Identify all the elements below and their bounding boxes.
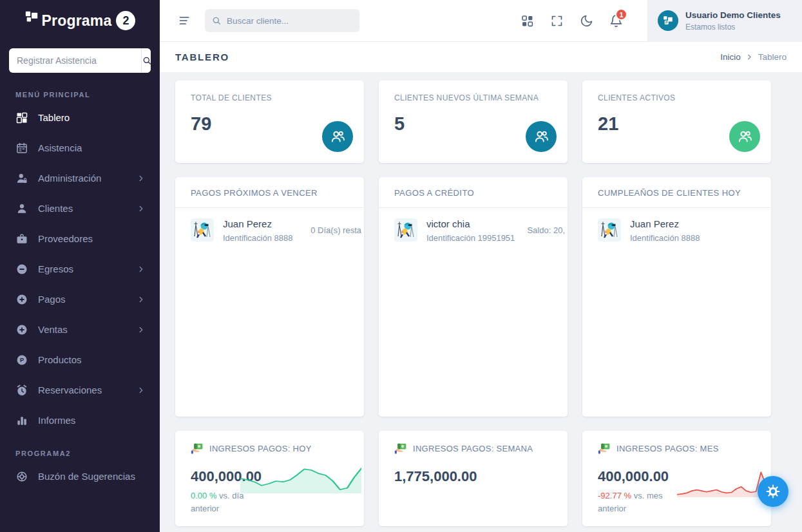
user-menu[interactable]: P Usuario Demo Clientes Estamos listos bbox=[647, 0, 802, 42]
sidebar-item-clientes[interactable]: Clientes bbox=[0, 193, 160, 223]
users-icon bbox=[322, 121, 353, 152]
card-pagos-credito: PAGOS A CRÉDITO victor chia Identificaci… bbox=[379, 177, 568, 417]
user-lock-icon bbox=[15, 172, 28, 185]
apps-grid-button[interactable] bbox=[514, 8, 540, 33]
client-search-input[interactable] bbox=[227, 16, 353, 26]
plus-circle-icon bbox=[15, 323, 28, 336]
avatar: P bbox=[658, 10, 678, 31]
breadcrumb-home[interactable]: Inicio bbox=[720, 52, 741, 62]
sidebar-item-label: Productos bbox=[38, 354, 82, 365]
item-meta: Saldo: 20, bbox=[527, 225, 565, 235]
sidebar-item-tablero[interactable]: Tablero bbox=[0, 102, 160, 133]
sidebar-item-egresos[interactable]: Egresos bbox=[0, 254, 160, 284]
users-icon bbox=[526, 121, 557, 152]
page-title: TABLERO bbox=[175, 52, 229, 62]
money-hand-icon bbox=[598, 442, 611, 455]
user-name: Usuario Demo Clientes bbox=[685, 10, 781, 21]
lists-row: PAGOS PRÓXIMOS A VENCER Juan Perez Ident… bbox=[175, 177, 771, 417]
stat-label: CLIENTES NUEVOS ÚLTIMA SEMANA bbox=[394, 93, 552, 102]
attendance-search-input[interactable] bbox=[9, 48, 141, 73]
logo-badge: 2 bbox=[116, 11, 135, 30]
calendar-icon bbox=[15, 142, 28, 155]
svg-text:P: P bbox=[20, 357, 24, 363]
card-title: PAGOS PRÓXIMOS A VENCER bbox=[175, 177, 364, 208]
users-icon bbox=[729, 121, 760, 152]
sidebar-item-label: Reservaciones bbox=[38, 385, 102, 395]
sidebar-item-label: Buzón de Sugerencias bbox=[38, 471, 135, 482]
card-title: INGRESOS PAGOS: SEMANA bbox=[413, 444, 533, 453]
sidebar-item-label: Ventas bbox=[38, 324, 68, 335]
app-logo[interactable]: Programa 2 bbox=[0, 0, 160, 41]
sidebar-item-ventas[interactable]: Ventas bbox=[0, 314, 160, 345]
sidebar-item-buzon[interactable]: Buzón de Sugerencias bbox=[0, 461, 160, 491]
chevron-right-icon bbox=[137, 386, 146, 395]
dark-mode-button[interactable] bbox=[573, 8, 599, 33]
card-ingresos-semana: INGRESOS PAGOS: SEMANA 1,775,000.00 bbox=[379, 431, 568, 526]
settings-fab-button[interactable] bbox=[758, 476, 788, 507]
ingresos-delta: -92.77 % vs. mes anterior bbox=[598, 489, 678, 515]
alarm-clock-icon bbox=[15, 384, 28, 397]
sidebar-item-informes[interactable]: Informes bbox=[0, 405, 160, 435]
svg-text:P: P bbox=[665, 21, 668, 24]
gear-icon bbox=[765, 484, 781, 499]
chevron-right-icon bbox=[137, 295, 146, 304]
sidebar-item-administracion[interactable]: Administración bbox=[0, 163, 160, 193]
chevron-right-icon bbox=[137, 265, 146, 274]
page-header: TABLERO Inicio Tablero bbox=[160, 42, 802, 72]
card-title: CUMPLEAÑOS DE CLIENTES HOY bbox=[582, 177, 771, 208]
breadcrumb-current: Tablero bbox=[758, 52, 787, 62]
stat-card-total-clientes: TOTAL DE CLIENTES 79 bbox=[175, 81, 364, 163]
list-item[interactable]: Juan Perez Identificación 8888 0 Día(s) … bbox=[175, 208, 364, 252]
attendance-search-button[interactable] bbox=[141, 48, 151, 73]
menu-toggle-button[interactable] bbox=[178, 14, 193, 28]
sidebar-section-programa2: PROGRAMA2 bbox=[0, 435, 160, 461]
card-cumpleanos: CUMPLEAÑOS DE CLIENTES HOY Juan Perez Id… bbox=[582, 177, 771, 417]
attendance-search bbox=[9, 48, 151, 73]
hamburger-icon bbox=[178, 14, 193, 28]
sidebar-item-reservaciones[interactable]: Reservaciones bbox=[0, 375, 160, 405]
apps-grid-icon bbox=[520, 14, 534, 28]
sidebar-item-asistencia[interactable]: Asistencia bbox=[0, 133, 160, 163]
notifications-button[interactable]: 1 bbox=[603, 8, 629, 33]
main-area: 1 P Usuario Demo Clientes Estamos listos… bbox=[160, 0, 802, 532]
sidebar-item-productos[interactable]: P Productos bbox=[0, 345, 160, 375]
sidebar-item-proveedores[interactable]: Proveedores bbox=[0, 223, 160, 254]
sidebar-item-label: Administración bbox=[38, 173, 101, 184]
list-item[interactable]: victor chia Identificación 19951951 Sald… bbox=[379, 208, 568, 252]
briefcase-icon bbox=[15, 233, 28, 245]
client-name: Juan Perez bbox=[630, 218, 700, 231]
search-icon bbox=[142, 55, 151, 66]
ingresos-row: INGRESOS PAGOS: HOY 400,000.00 0.00 % vs… bbox=[175, 431, 771, 526]
notification-badge: 1 bbox=[615, 8, 627, 21]
sidebar-item-label: Proveedores bbox=[38, 233, 93, 244]
life-buoy-icon bbox=[15, 470, 28, 483]
fullscreen-icon bbox=[550, 14, 564, 28]
chevron-right-icon bbox=[137, 174, 146, 183]
client-illustration-icon bbox=[191, 218, 214, 242]
p-circle-icon: P bbox=[15, 354, 28, 366]
chevron-right-icon bbox=[745, 53, 754, 61]
sidebar-item-label: Asistencia bbox=[38, 142, 82, 153]
card-ingresos-hoy: INGRESOS PAGOS: HOY 400,000.00 0.00 % vs… bbox=[175, 431, 364, 526]
client-id: Identificación 8888 bbox=[223, 233, 292, 243]
sidebar-item-pagos[interactable]: Pagos bbox=[0, 284, 160, 314]
card-title: PAGOS A CRÉDITO bbox=[379, 177, 568, 208]
card-pagos-proximos: PAGOS PRÓXIMOS A VENCER Juan Perez Ident… bbox=[175, 177, 364, 417]
ingresos-value: 1,775,000.00 bbox=[394, 468, 552, 485]
client-illustration-icon bbox=[394, 218, 417, 242]
sidebar-item-label: Clientes bbox=[38, 203, 73, 214]
bar-chart-icon bbox=[15, 414, 28, 427]
card-ingresos-mes: INGRESOS PAGOS: MES 400,000.00 -92.77 % … bbox=[582, 431, 771, 526]
delta-percent: 0.00 % bbox=[191, 491, 216, 500]
client-illustration-icon bbox=[598, 218, 621, 242]
moon-icon bbox=[580, 14, 593, 28]
sidebar: Programa 2 MENÚ PRINCIPAL Tablero Asiste… bbox=[0, 0, 160, 532]
fullscreen-button[interactable] bbox=[544, 8, 569, 33]
client-name: victor chia bbox=[426, 218, 515, 231]
client-id: Identificación 19951951 bbox=[426, 233, 515, 243]
logo-squares-icon bbox=[24, 10, 39, 24]
list-item[interactable]: Juan Perez Identificación 8888 bbox=[582, 208, 771, 252]
sidebar-section-main: MENÚ PRINCIPAL bbox=[0, 77, 160, 102]
user-status: Estamos listos bbox=[685, 23, 781, 32]
sidebar-item-label: Egresos bbox=[38, 263, 73, 274]
